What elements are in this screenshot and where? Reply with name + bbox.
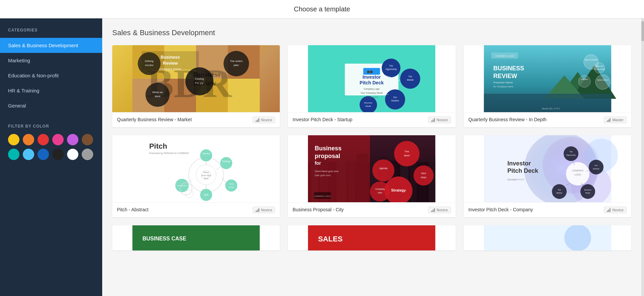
svg-text:The action: The action: [230, 60, 242, 63]
content-area[interactable]: Sales & Business Development: [102, 18, 641, 296]
svg-text:plan: plan: [234, 64, 239, 67]
partial-thumb-sales: SALES: [288, 225, 455, 250]
template-card-qbr-market[interactable]: BDR Business Review Company Name The act…: [112, 45, 280, 127]
sidebar-item-sales[interactable]: Sales & Business Development: [0, 38, 102, 53]
svg-text:your logo: your logo: [201, 174, 211, 177]
template-thumb-business-proposal: Business proposal for Client Name goes h…: [288, 135, 455, 202]
svg-text:The: The: [569, 151, 572, 153]
svg-text:Model: Model: [366, 105, 371, 107]
color-swatch-yellow[interactable]: [8, 134, 19, 145]
template-card-pitch-startup[interactable]: ⬛⬛ Investor Pitch Deck Company Logo Your…: [288, 45, 455, 127]
svg-point-123: [394, 141, 420, 166]
partial-thumb-extra: [464, 225, 631, 250]
svg-text:DD/MM/YYYY: DD/MM/YYYY: [507, 178, 524, 181]
color-grid: [8, 134, 94, 160]
main-layout: CATEGORIES Sales & Business Development …: [0, 18, 644, 296]
color-swatch-purple[interactable]: [67, 134, 78, 145]
svg-point-81: [200, 149, 212, 161]
color-swatch-red[interactable]: [38, 134, 49, 145]
template-level-pitch-abstract: Novice: [253, 207, 275, 213]
svg-text:Investor: Investor: [363, 74, 381, 80]
template-info-business-proposal: Business Proposal - City Novice: [288, 202, 455, 217]
svg-text:stand: stand: [155, 95, 160, 97]
sidebar-item-marketing[interactable]: Marketing: [0, 53, 102, 68]
section-title: Sales & Business Development: [112, 28, 631, 37]
template-name-pitch-abstract: Pitch - Abstract: [117, 207, 148, 213]
svg-text:Month DD, YYYY: Month DD, YYYY: [542, 107, 560, 110]
svg-text:proposal: proposal: [315, 153, 340, 159]
scrollbar[interactable]: [641, 18, 644, 296]
sidebar-nav: Sales & Business Development Marketing E…: [0, 38, 102, 113]
level-icon: [607, 118, 610, 122]
svg-text:DD/MM/YYYY: DD/MM/YYYY: [365, 96, 378, 98]
level-icon: [256, 118, 259, 122]
categories-label: CATEGORIES: [0, 18, 102, 38]
svg-point-85: [225, 179, 237, 192]
template-card-pitch-abstract[interactable]: Pitch Presented by PERSON for COMPANY Pl…: [112, 135, 280, 217]
color-swatch-brown[interactable]: [82, 134, 93, 145]
svg-text:NEXT STEPS: NEXT STEPS: [585, 59, 597, 61]
template-thumb-pitch-startup: ⬛⬛ Investor Pitch Deck Company Logo Your…: [288, 45, 455, 112]
sidebar-item-education[interactable]: Education & Non-profit: [0, 68, 102, 83]
partial-card-sales[interactable]: SALES: [288, 225, 455, 250]
level-icon: [607, 208, 610, 212]
template-name-pitch-company: Investor Pitch Deck - Company: [468, 207, 533, 213]
sidebar-item-hr[interactable]: HR & Training: [0, 83, 102, 98]
svg-text:Defining: Defining: [145, 60, 153, 63]
level-icon: [431, 118, 435, 122]
svg-text:The: The: [405, 150, 409, 153]
svg-point-66: [594, 63, 605, 73]
scrollbar-thumb[interactable]: [641, 21, 644, 41]
svg-text:Next: Next: [421, 172, 426, 174]
template-info-qbr-market: Quarterly Business Review - Market Novic…: [112, 112, 280, 127]
template-level-qbr-indepth: Master: [604, 117, 627, 123]
color-swatch-pink[interactable]: [52, 134, 64, 145]
level-icon: [256, 208, 259, 212]
svg-text:WE'VE COME: WE'VE COME: [594, 68, 605, 70]
partial-card-extra[interactable]: [464, 225, 631, 250]
svg-text:Our: Our: [594, 164, 597, 166]
color-swatch-orange[interactable]: [23, 134, 34, 145]
color-swatch-blue-light[interactable]: [23, 149, 34, 160]
sidebar-item-general[interactable]: General: [0, 98, 102, 113]
svg-rect-8: [228, 79, 260, 112]
svg-text:here: here: [204, 177, 208, 179]
svg-text:⬛⬛: ⬛⬛: [367, 70, 373, 73]
template-info-pitch-startup: Investor Pitch Deck - Startup Novice: [288, 112, 455, 127]
svg-text:Where we: Where we: [152, 91, 163, 93]
svg-text:Company Logo: Company Logo: [364, 88, 380, 90]
svg-text:success: success: [145, 64, 154, 66]
color-swatch-gray[interactable]: [82, 149, 93, 160]
partial-card-business-case[interactable]: BUSINESS CASE: [112, 225, 280, 250]
svg-text:BUSINESS: BUSINESS: [493, 65, 524, 72]
svg-point-150: [552, 184, 567, 199]
template-card-pitch-company[interactable]: The Opportunity Our Solution Business Mo…: [464, 135, 631, 217]
svg-text:Date goes here: Date goes here: [315, 174, 331, 177]
svg-text:Q&A: Q&A: [204, 194, 208, 196]
color-swatch-black[interactable]: [52, 149, 64, 160]
template-info-pitch-abstract: Pitch - Abstract Novice: [112, 202, 280, 217]
template-thumb-qbr-indepth: COMPANY LOGO BUSINESS REVIEW Presenter N…: [464, 45, 631, 112]
svg-text:COMPANY LOGO: COMPANY LOGO: [314, 195, 331, 197]
svg-text:BUSINESS CASE: BUSINESS CASE: [142, 236, 186, 241]
svg-text:Market: Market: [556, 192, 562, 194]
template-level-business-proposal: Novice: [428, 207, 451, 213]
template-card-business-proposal[interactable]: Business proposal for Client Name goes h…: [288, 135, 455, 217]
svg-text:Business: Business: [315, 145, 341, 152]
svg-text:SALES: SALES: [318, 235, 342, 243]
svg-text:Company Name: Company Name: [159, 67, 181, 71]
color-swatch-white[interactable]: [67, 149, 78, 160]
page-title: Choose a template: [294, 5, 350, 13]
color-swatch-teal[interactable]: [8, 149, 19, 160]
svg-text:Company: Company: [376, 188, 385, 191]
template-card-qbr-indepth[interactable]: COMPANY LOGO BUSINESS REVIEW Presenter N…: [464, 45, 631, 127]
svg-text:Introduction: Introduction: [177, 184, 187, 187]
template-name-pitch-startup: Investor Pitch Deck - Startup: [293, 117, 352, 123]
svg-text:The: The: [408, 75, 412, 78]
color-swatch-blue[interactable]: [38, 149, 49, 160]
partial-row: BUSINESS CASE SALES: [112, 225, 631, 250]
template-info-qbr-indepth: Quarterly Business Review - In Depth Mas…: [464, 112, 631, 127]
svg-text:Agenda: Agenda: [379, 167, 387, 170]
svg-text:Intro: Intro: [378, 192, 382, 194]
svg-text:Case: Case: [229, 183, 234, 185]
